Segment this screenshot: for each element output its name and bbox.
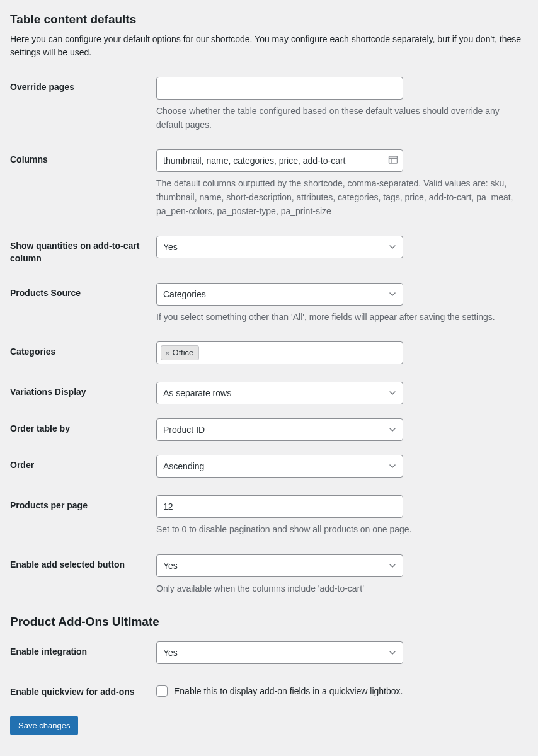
row-enable-quickview: Enable quickview for add-ons Enable this… (10, 682, 528, 699)
quickview-checkbox[interactable] (156, 685, 168, 697)
label-order: Order (10, 455, 34, 472)
help-enable-add-selected: Only available when the columns include … (156, 582, 522, 596)
row-products-source: Products Source Categories If you select… (10, 283, 528, 324)
row-per-page: Products per page Set to 0 to disable pa… (10, 495, 528, 537)
save-changes-button[interactable]: Save changes (10, 716, 78, 735)
section-title-addons: Product Add-Ons Ultimate (10, 615, 528, 629)
category-tag-label: Office (173, 342, 194, 364)
row-show-quantities: Show quantities on add-to-cart column Ye… (10, 236, 528, 265)
label-enable-integration: Enable integration (10, 641, 87, 658)
row-order: Order Ascending (10, 455, 528, 478)
label-categories: Categories (10, 341, 55, 358)
label-enable-add-selected: Enable add selected button (10, 554, 125, 571)
columns-input[interactable] (156, 149, 403, 172)
variations-display-select[interactable]: As separate rows (156, 382, 403, 404)
order-select[interactable]: Ascending (156, 455, 403, 478)
row-enable-integration: Enable integration Yes (10, 641, 528, 664)
close-icon[interactable]: × (165, 349, 170, 357)
label-order-by: Order table by (10, 418, 70, 435)
row-columns: Columns The default columns outputted by… (10, 149, 528, 218)
per-page-input[interactable] (156, 495, 403, 518)
row-order-by: Order table by Product ID (10, 418, 528, 441)
label-override-pages: Override pages (10, 77, 74, 94)
label-columns: Columns (10, 149, 48, 166)
categories-input[interactable]: × Office (156, 341, 403, 364)
enable-add-selected-select[interactable]: Yes (156, 554, 403, 577)
label-show-quantities: Show quantities on add-to-cart column (10, 236, 146, 265)
label-enable-quickview: Enable quickview for add-ons (10, 682, 135, 699)
label-variations-display: Variations Display (10, 382, 86, 399)
row-enable-add-selected: Enable add selected button Yes Only avai… (10, 554, 528, 596)
columns-picker-icon[interactable] (388, 155, 398, 167)
help-per-page: Set to 0 to disable pagination and show … (156, 523, 522, 537)
help-products-source: If you select something other than 'All'… (156, 311, 522, 324)
section-title-defaults: Table content defaults (10, 13, 528, 26)
enable-integration-select[interactable]: Yes (156, 641, 403, 664)
show-quantities-select[interactable]: Yes (156, 236, 403, 258)
label-products-source: Products Source (10, 283, 81, 300)
row-variations-display: Variations Display As separate rows (10, 382, 528, 404)
section-desc-defaults: Here you can configure your default opti… (10, 33, 528, 59)
row-override-pages: Override pages Choose whether the table … (10, 77, 528, 132)
row-categories: Categories × Office (10, 341, 528, 364)
label-per-page: Products per page (10, 495, 88, 512)
help-override-pages: Choose whether the table configured base… (156, 105, 522, 132)
category-tag: × Office (161, 345, 199, 360)
order-by-select[interactable]: Product ID (156, 418, 403, 441)
override-pages-input[interactable] (156, 77, 403, 100)
products-source-select[interactable]: Categories (156, 283, 403, 306)
quickview-checkbox-label: Enable this to display add-on fields in … (174, 686, 403, 696)
help-columns: The default columns outputted by the sho… (156, 177, 522, 218)
svg-rect-0 (389, 156, 398, 163)
